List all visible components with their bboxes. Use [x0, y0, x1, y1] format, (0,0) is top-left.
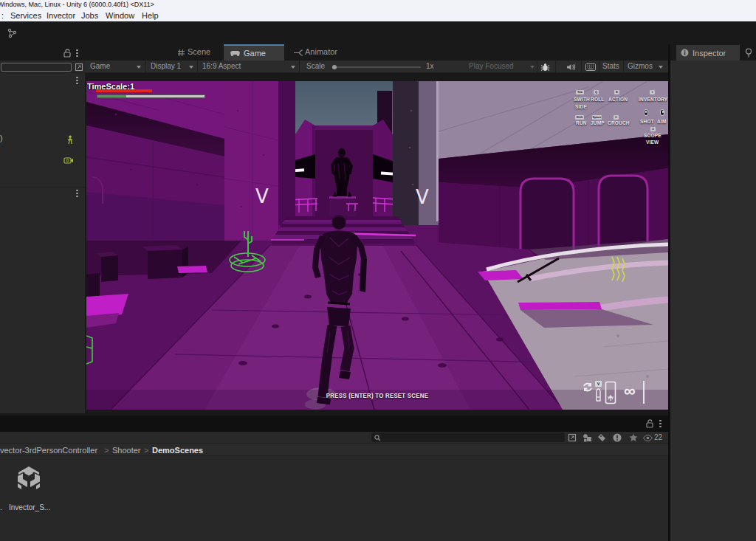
letterbox-bottom: [85, 410, 668, 416]
person-icon[interactable]: [66, 135, 74, 145]
letterbox-top: [85, 73, 668, 81]
tab-inspector-label: Inspector: [693, 49, 726, 58]
search-icon: [374, 435, 381, 441]
chevron-down-icon: [530, 66, 535, 69]
chevron-down-icon: [189, 66, 193, 69]
left-panel-content: ): [0, 73, 85, 413]
asset-label[interactable]: Invector_S...: [9, 503, 50, 511]
camera-icon[interactable]: [63, 156, 74, 165]
left-panel-searchrow: [0, 61, 85, 73]
game-view-toolbar: Game Display 1 16:9 Aspect Scale 1x Play…: [85, 61, 668, 73]
hint-scope: SCOPE: [644, 133, 662, 138]
chevron-down-icon: [137, 66, 141, 69]
mouse-left-icon: [644, 109, 648, 116]
key-badge: I: [650, 90, 655, 94]
reload-icon: [583, 382, 593, 392]
display-dropdown[interactable]: Display 1: [151, 62, 181, 70]
key-badge: E: [614, 90, 619, 94]
project-search-input[interactable]: [371, 433, 565, 442]
menu-invector[interactable]: Invector: [47, 11, 75, 20]
left-panel: ): [0, 44, 85, 413]
tag-icon[interactable]: [597, 433, 606, 442]
asset-label-partial: .: [0, 503, 2, 511]
hint-inventory: INVENTORY: [639, 97, 667, 102]
key-badge: C: [614, 115, 619, 120]
unity-asset-icon[interactable]: [13, 464, 44, 495]
maximize-icon[interactable]: [568, 433, 577, 442]
project-content: Invector_S... .: [0, 456, 668, 541]
package-icon[interactable]: [583, 433, 592, 442]
hint-swith: SWITH: [574, 97, 590, 102]
game-scene: V V: [86, 81, 668, 410]
hint-crouch: CROUCH: [608, 120, 630, 125]
gamepad-icon: [230, 50, 240, 57]
collab-icon[interactable]: [7, 28, 18, 38]
breadcrumb-sep: >: [104, 446, 109, 455]
star-icon[interactable]: [629, 433, 638, 442]
menu-window[interactable]: Window: [106, 11, 134, 20]
info-circle-icon[interactable]: [613, 433, 622, 442]
menu-jobs[interactable]: Jobs: [81, 11, 98, 20]
key-badge: Space: [592, 115, 602, 120]
hint-side: SIDE: [575, 104, 587, 109]
mouse-right-icon: [660, 109, 664, 116]
checkpoint-v-right: V: [416, 186, 429, 208]
unity-editor: { "window": { "title": "Windows, Mac, Li…: [0, 0, 756, 541]
lock-icon[interactable]: [646, 419, 654, 428]
tab-scene[interactable]: Scene: [188, 47, 210, 56]
bullet-icon: [595, 388, 602, 403]
key-badge: Z: [650, 127, 656, 131]
tab-game-label: Game: [244, 49, 266, 58]
left-search-input[interactable]: [1, 63, 72, 72]
maximize-icon[interactable]: [75, 63, 83, 72]
key-badge: Q: [594, 90, 599, 94]
aspect-dropdown[interactable]: 16:9 Aspect: [202, 62, 241, 70]
tab-game[interactable]: Game: [224, 44, 284, 61]
letterbox-left: [85, 81, 86, 410]
breadcrumb-shooter[interactable]: Shooter: [112, 446, 141, 455]
hint-roll: ROLL: [591, 97, 605, 102]
chevron-down-icon: [659, 66, 663, 69]
animator-icon: [294, 49, 303, 56]
breadcrumb-current[interactable]: DemoScenes: [152, 446, 203, 455]
left-panel-menu-icon[interactable]: [76, 49, 78, 57]
tab-animator[interactable]: Animator: [305, 47, 337, 56]
divider[interactable]: [668, 44, 670, 541]
gizmos-dropdown[interactable]: Gizmos: [628, 62, 653, 70]
hud-divider: [643, 381, 645, 404]
keyboard-icon[interactable]: [585, 63, 596, 71]
reload-key-badge: V: [595, 381, 602, 387]
window-title: Windows, Mac, Linux - Unity 6 (6000.0.40…: [0, 1, 154, 8]
display-target-dropdown[interactable]: Game: [90, 62, 110, 70]
speaker-icon[interactable]: [567, 63, 576, 71]
truncated-item-label: ): [0, 134, 3, 142]
lightbulb-icon[interactable]: [745, 48, 752, 58]
left-content-menu-icon[interactable]: [76, 76, 78, 84]
menu-truncated[interactable]: :: [1, 11, 4, 20]
scene-icon: [177, 49, 185, 57]
game-viewport[interactable]: V V TimeScale:1 Tab Q E I SWITH ROLL ACT…: [86, 81, 668, 410]
menu-services[interactable]: Services: [10, 11, 41, 20]
eye-icon[interactable]: [643, 435, 653, 441]
stats-button[interactable]: Stats: [602, 62, 619, 70]
scale-value: 1x: [426, 62, 434, 70]
scale-slider[interactable]: [331, 65, 423, 69]
tab-inspector[interactable]: Inspector: [676, 45, 740, 61]
hint-shot: SHOT: [640, 119, 654, 124]
bug-icon[interactable]: [540, 63, 550, 72]
play-focused-dropdown[interactable]: Play Focused: [469, 62, 514, 70]
lock-icon[interactable]: [63, 49, 72, 58]
hint-aim: AIM: [657, 119, 667, 124]
checkpoint-v-left: V: [255, 185, 269, 207]
key-badge: Shift: [575, 115, 584, 120]
left-content2-menu-icon[interactable]: [76, 189, 78, 197]
project-panel-header: [0, 416, 668, 432]
menu-help[interactable]: Help: [142, 11, 159, 20]
breadcrumb-root[interactable]: vector-3rdPersonController: [0, 446, 97, 455]
divider: [0, 187, 85, 187]
project-menu-icon[interactable]: [659, 419, 662, 427]
breadcrumb-sep: >: [144, 446, 148, 455]
hint-run: RUN: [576, 120, 587, 125]
eye-count: 22: [654, 433, 662, 441]
menubar: : Services Invector Jobs Window Help: [0, 9, 756, 21]
